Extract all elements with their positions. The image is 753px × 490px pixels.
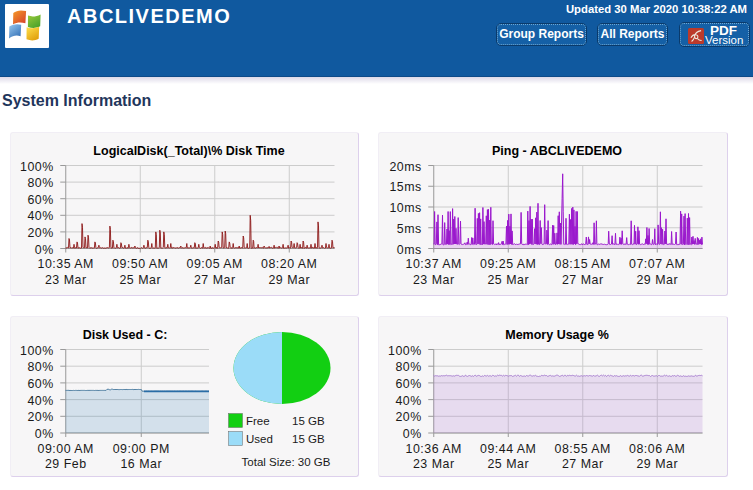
- svg-text:Free: Free: [246, 415, 270, 427]
- svg-text:27 Mar: 27 Mar: [194, 273, 236, 287]
- svg-text:29 Mar: 29 Mar: [636, 457, 678, 471]
- svg-text:100%: 100%: [20, 344, 54, 358]
- svg-text:Total Size: 30 GB: Total Size: 30 GB: [242, 456, 331, 468]
- svg-text:10:35 AM: 10:35 AM: [38, 257, 94, 271]
- svg-text:29 Feb: 29 Feb: [45, 457, 87, 471]
- svg-text:09:00 PM: 09:00 PM: [113, 442, 170, 456]
- svg-text:09:25 AM: 09:25 AM: [480, 257, 536, 271]
- svg-text:10:37 AM: 10:37 AM: [406, 257, 462, 271]
- svg-text:09:00 AM: 09:00 AM: [38, 442, 94, 456]
- svg-text:16 Mar: 16 Mar: [120, 457, 162, 471]
- svg-text:0ms: 0ms: [397, 243, 422, 257]
- svg-text:80%: 80%: [27, 176, 53, 190]
- svg-text:08:55 AM: 08:55 AM: [555, 442, 611, 456]
- svg-text:5ms: 5ms: [397, 222, 422, 236]
- svg-text:Memory Usage %: Memory Usage %: [505, 328, 609, 342]
- svg-text:15 GB: 15 GB: [292, 433, 325, 445]
- svg-text:40%: 40%: [395, 394, 421, 408]
- svg-text:07:07 AM: 07:07 AM: [629, 257, 685, 271]
- svg-text:80%: 80%: [27, 360, 53, 374]
- svg-text:23 Mar: 23 Mar: [45, 273, 87, 287]
- svg-text:Ping - ABCLIVEDEMO: Ping - ABCLIVEDEMO: [492, 144, 622, 158]
- svg-text:60%: 60%: [27, 193, 53, 207]
- svg-text:Used: Used: [246, 433, 273, 445]
- svg-text:09:05 AM: 09:05 AM: [187, 257, 243, 271]
- svg-text:LogicalDisk(_Total)\% Disk Tim: LogicalDisk(_Total)\% Disk Time: [93, 144, 284, 158]
- svg-text:23 Mar: 23 Mar: [413, 457, 455, 471]
- svg-text:09:44 AM: 09:44 AM: [480, 442, 536, 456]
- svg-text:15ms: 15ms: [389, 180, 421, 194]
- svg-text:10:36 AM: 10:36 AM: [406, 442, 462, 456]
- svg-text:40%: 40%: [27, 209, 53, 223]
- svg-text:27 Mar: 27 Mar: [562, 273, 604, 287]
- svg-text:29 Mar: 29 Mar: [636, 273, 678, 287]
- svg-text:08:15 AM: 08:15 AM: [555, 257, 611, 271]
- svg-text:15 GB: 15 GB: [292, 415, 325, 427]
- svg-text:100%: 100%: [388, 344, 422, 358]
- svg-text:25 Mar: 25 Mar: [487, 273, 529, 287]
- svg-text:20%: 20%: [27, 410, 53, 424]
- svg-text:Disk Used - C:: Disk Used - C:: [83, 328, 168, 342]
- svg-text:25 Mar: 25 Mar: [487, 457, 529, 471]
- svg-text:0%: 0%: [403, 427, 422, 441]
- svg-text:40%: 40%: [27, 394, 53, 408]
- svg-text:100%: 100%: [20, 160, 54, 174]
- svg-text:25 Mar: 25 Mar: [119, 273, 161, 287]
- svg-text:0%: 0%: [35, 427, 54, 441]
- svg-text:20%: 20%: [395, 410, 421, 424]
- svg-text:60%: 60%: [395, 377, 421, 391]
- svg-text:08:20 AM: 08:20 AM: [261, 257, 317, 271]
- svg-text:60%: 60%: [27, 377, 53, 391]
- svg-text:29 Mar: 29 Mar: [268, 273, 310, 287]
- svg-text:20ms: 20ms: [389, 160, 421, 174]
- svg-text:10ms: 10ms: [389, 201, 421, 215]
- svg-text:20%: 20%: [27, 226, 53, 240]
- svg-text:27 Mar: 27 Mar: [562, 457, 604, 471]
- svg-text:08:06 AM: 08:06 AM: [629, 442, 685, 456]
- svg-text:09:50 AM: 09:50 AM: [112, 257, 168, 271]
- svg-text:80%: 80%: [395, 360, 421, 374]
- svg-text:23 Mar: 23 Mar: [413, 273, 455, 287]
- svg-text:0%: 0%: [35, 243, 54, 257]
